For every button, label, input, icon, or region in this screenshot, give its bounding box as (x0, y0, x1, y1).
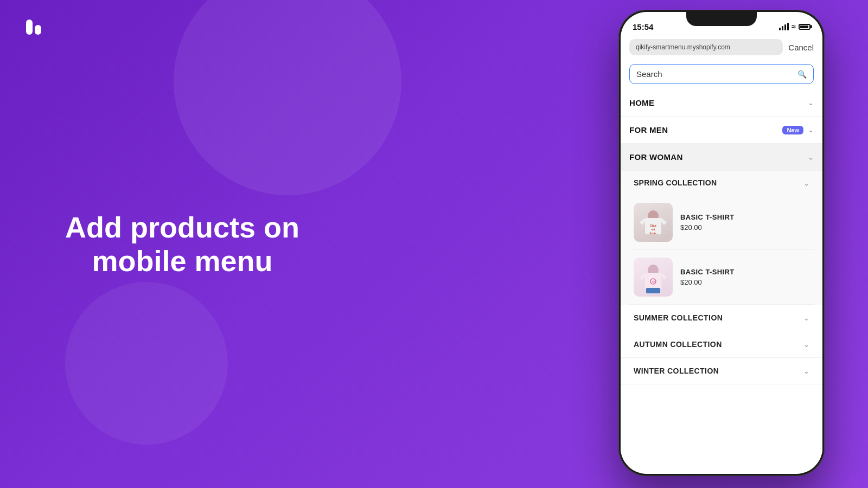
menu-item-home-label: HOME (629, 98, 654, 107)
shirt-svg-2: ✿ (640, 261, 667, 293)
chevron-down-icon: ⌄ (808, 99, 814, 107)
phone-content: Search 🔍 HOME ⌄ FOR MEN New ⌄ (621, 59, 822, 462)
collection-item-summer[interactable]: SUMMER COLLECTION ⌄ (621, 305, 822, 331)
svg-text:lune.: lune. (650, 232, 657, 235)
search-text: Search (636, 69, 793, 79)
phone-notch (686, 12, 757, 26)
logo-icon (26, 20, 41, 35)
chevron-up-icon: ⌃ (808, 153, 814, 161)
bg-blob-1 (174, 0, 401, 195)
svg-marker-10 (661, 273, 667, 280)
product-name-1: BASIC T-SHIRT (680, 213, 809, 221)
menu-item-for-woman-label: FOR WOMAN (629, 152, 683, 162)
product-item-2[interactable]: ✿ BASIC T-SHIRT $20.00 (629, 250, 814, 305)
svg-marker-9 (640, 273, 645, 280)
status-time: 15:54 (633, 22, 653, 31)
svg-text:dé: dé (652, 228, 655, 231)
url-bar[interactable]: qikify-smartmenu.myshopify.com (629, 39, 783, 55)
menu-item-for-men[interactable]: FOR MEN New ⌄ (621, 117, 822, 144)
new-badge: New (782, 126, 803, 134)
product-image-1: Clair dé lune. (634, 203, 673, 242)
menu-item-for-men-label: FOR MEN (629, 125, 668, 134)
chevron-down-icon: ⌄ (808, 126, 814, 134)
collection-summer-label: SUMMER COLLECTION (634, 313, 723, 322)
search-container: Search 🔍 (621, 59, 822, 89)
svg-rect-13 (646, 288, 660, 293)
collection-item-winter[interactable]: WINTER COLLECTION ⌄ (621, 358, 822, 384)
collection-item-autumn[interactable]: AUTUMN COLLECTION ⌄ (621, 331, 822, 358)
status-icons: ≈ (779, 22, 810, 31)
phone-wrapper: 15:54 ≈ qikify-smartmenu.myshopif (618, 10, 825, 476)
phone-device: 15:54 ≈ qikify-smartmenu.myshopif (618, 10, 825, 476)
collection-autumn-label: AUTUMN COLLECTION (634, 340, 722, 349)
svg-marker-2 (640, 218, 645, 225)
search-bar[interactable]: Search 🔍 (629, 64, 814, 84)
svg-text:Clair: Clair (650, 224, 657, 227)
menu-item-home[interactable]: HOME ⌄ (621, 89, 822, 117)
product-price-2: $20.00 (680, 278, 809, 286)
chevron-down-icon: ⌄ (803, 367, 809, 375)
product-info-1: BASIC T-SHIRT $20.00 (680, 213, 809, 232)
phone-screen: 15:54 ≈ qikify-smartmenu.myshopif (621, 12, 822, 474)
menu-item-for-woman-right: ⌃ (808, 153, 814, 161)
battery-icon (799, 24, 810, 30)
menu-item-home-right: ⌄ (808, 99, 814, 107)
logo (26, 20, 41, 35)
headline-line1: Add products on (65, 211, 299, 243)
product-list: Clair dé lune. BASIC T-SHIRT $20.00 (621, 195, 822, 305)
menu-item-for-men-right: New ⌄ (782, 126, 814, 134)
chevron-down-icon: ⌄ (803, 314, 809, 322)
headline: Add products on mobile menu (65, 210, 299, 278)
submenu-spring-label: SPRING COLLECTION (634, 178, 717, 187)
menu-item-for-woman[interactable]: FOR WOMAN ⌃ (621, 144, 822, 171)
product-price-1: $20.00 (680, 223, 809, 232)
logo-bar-tall (26, 20, 33, 35)
shirt-svg-1: Clair dé lune. (640, 206, 667, 239)
browser-cancel-button[interactable]: Cancel (788, 43, 814, 52)
svg-text:✿: ✿ (652, 280, 655, 284)
chevron-down-icon: ⌄ (803, 341, 809, 349)
search-icon: 🔍 (797, 70, 807, 79)
headline-line2: mobile menu (92, 245, 272, 277)
svg-marker-3 (661, 218, 667, 225)
product-info-2: BASIC T-SHIRT $20.00 (680, 268, 809, 286)
chevron-up-icon: ⌃ (803, 179, 809, 187)
wifi-icon: ≈ (792, 22, 796, 31)
logo-bar-short (35, 25, 41, 35)
bg-blob-2 (65, 282, 228, 445)
browser-bar: qikify-smartmenu.myshopify.com Cancel (621, 36, 822, 59)
submenu-item-spring[interactable]: SPRING COLLECTION ⌃ (621, 171, 822, 195)
product-item-1[interactable]: Clair dé lune. BASIC T-SHIRT $20.00 (629, 195, 814, 250)
product-image-2: ✿ (634, 258, 673, 297)
signal-icon (779, 23, 789, 30)
product-name-2: BASIC T-SHIRT (680, 268, 809, 276)
submenu-for-woman: SPRING COLLECTION ⌃ (621, 171, 822, 384)
collection-winter-label: WINTER COLLECTION (634, 367, 719, 375)
